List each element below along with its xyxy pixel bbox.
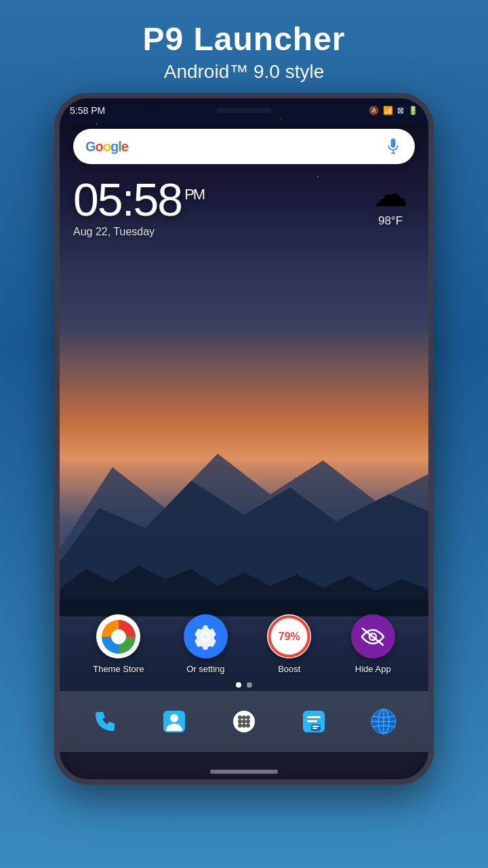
app-item-boost[interactable]: 79% Boost — [267, 614, 311, 674]
dock-contacts[interactable] — [156, 703, 193, 741]
svg-point-16 — [246, 715, 250, 719]
screen-icon: ⊠ — [397, 106, 404, 115]
browser-icon — [370, 708, 397, 735]
dock-app-drawer[interactable] — [225, 703, 262, 741]
svg-point-18 — [242, 719, 246, 724]
wifi-icon: 📶 — [383, 106, 393, 115]
weather-temperature: 98°F — [373, 214, 408, 228]
contacts-icon — [161, 708, 188, 735]
theme-store-inner-icon — [102, 620, 136, 654]
svg-rect-25 — [307, 720, 317, 722]
boost-percentage: 79% — [279, 631, 300, 643]
phone-frame: 5:58 PM 🔕 📶 ⊠ 🔋 Google — [54, 93, 434, 785]
svg-point-12 — [170, 714, 178, 722]
svg-point-17 — [238, 719, 242, 724]
dock-phone[interactable] — [86, 703, 123, 741]
mountain-scene — [60, 413, 428, 616]
hide-app-icon[interactable] — [351, 614, 395, 658]
svg-rect-4 — [391, 138, 396, 147]
page-dot-2[interactable] — [247, 682, 252, 688]
svg-point-15 — [242, 715, 246, 719]
svg-rect-28 — [312, 728, 317, 729]
app-item-theme-store[interactable]: Theme Store — [93, 614, 144, 674]
svg-line-10 — [363, 629, 383, 645]
home-button[interactable] — [210, 770, 278, 774]
app-grid: Theme Store Or setting — [60, 614, 428, 674]
page-dot-1[interactable] — [236, 682, 241, 688]
svg-point-22 — [246, 724, 250, 728]
google-search-bar[interactable]: Google — [73, 129, 415, 164]
clock-date: Aug 22, Tuesday — [73, 226, 204, 238]
app-drawer-icon — [230, 708, 258, 735]
messages-icon — [300, 708, 327, 735]
status-bar: 5:58 PM 🔕 📶 ⊠ 🔋 — [60, 98, 428, 123]
boost-icon[interactable]: 79% — [267, 614, 311, 658]
svg-rect-27 — [312, 726, 319, 727]
app-item-hide-app[interactable]: Hide App — [351, 614, 395, 674]
status-time: 5:58 PM — [70, 105, 105, 116]
svg-rect-24 — [307, 716, 321, 718]
app-item-or-setting[interactable]: Or setting — [184, 614, 228, 674]
theme-store-center — [111, 629, 126, 644]
dock-messages[interactable] — [295, 703, 332, 741]
clock-time: 05:58PM — [73, 176, 204, 222]
svg-point-21 — [242, 724, 246, 728]
mic-icon[interactable] — [384, 137, 403, 156]
weather-cloud-icon: ☁ — [373, 176, 408, 212]
boost-label: Boost — [278, 664, 300, 674]
theme-store-icon[interactable] — [96, 614, 140, 658]
eye-slash-svg-icon — [360, 626, 386, 648]
dock — [60, 691, 428, 752]
theme-store-label: Theme Store — [93, 664, 144, 674]
mute-icon: 🔕 — [369, 106, 379, 115]
app-header: P9 Launcher Android™ 9.0 style — [0, 0, 488, 93]
google-logo: Google — [85, 139, 128, 155]
or-setting-label: Or setting — [186, 664, 224, 674]
status-icons: 🔕 📶 ⊠ 🔋 — [369, 106, 418, 115]
clock-widget: 05:58PM Aug 22, Tuesday — [73, 176, 204, 238]
phone-screen: 5:58 PM 🔕 📶 ⊠ 🔋 Google — [60, 98, 428, 752]
app-title: P9 Launcher — [0, 20, 488, 58]
hide-app-label: Hide App — [355, 664, 391, 674]
or-setting-icon[interactable] — [184, 614, 228, 658]
battery-icon: 🔋 — [408, 106, 418, 115]
gear-svg-icon — [192, 624, 218, 650]
svg-point-14 — [238, 715, 242, 719]
clock-period: PM — [184, 186, 204, 203]
weather-widget: ☁ 98°F — [373, 176, 408, 228]
dock-browser[interactable] — [365, 703, 402, 741]
app-subtitle: Android™ 9.0 style — [0, 61, 488, 83]
phone-icon — [92, 709, 117, 734]
svg-point-19 — [246, 719, 250, 724]
svg-point-20 — [238, 724, 242, 728]
page-dots — [60, 682, 428, 688]
